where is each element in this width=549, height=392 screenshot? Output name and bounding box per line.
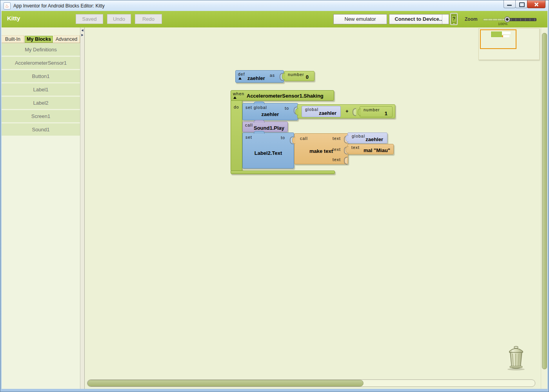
set-global-name: zaehler	[243, 111, 298, 117]
statement-bump	[254, 102, 265, 104]
saved-button[interactable]: Saved	[76, 14, 103, 24]
splitter-expand-icon[interactable]	[82, 34, 84, 36]
zoom-label: Zoom	[465, 16, 478, 22]
block-set-global-zaehler[interactable]: set global zaehler to	[242, 103, 298, 120]
new-emulator-button[interactable]: New emulator	[333, 14, 387, 24]
vertical-scrollbar[interactable]	[541, 27, 547, 389]
minimap-block-preview	[491, 31, 502, 38]
collapse-triangle-icon[interactable]	[238, 77, 242, 80]
sidebar-item-button1[interactable]: Button1	[2, 70, 80, 82]
window-titlebar: ♨ App Inventor for Android Blocks Editor…	[0, 0, 549, 11]
sidebar-item-sound1[interactable]: Sound1	[2, 123, 80, 136]
number-keyword: number	[364, 107, 380, 112]
text-keyword: text	[351, 145, 360, 150]
vertical-scrollbar-thumb[interactable]	[542, 33, 547, 369]
project-name-label: Kitty	[7, 15, 20, 22]
maximize-icon	[519, 2, 525, 7]
block-number-1[interactable]: number 1	[360, 106, 393, 117]
connect-to-device-button[interactable]: Connect to Device...	[389, 14, 449, 24]
block-when-shaking-header[interactable]: when AccelerometerSensor1.Shaking	[231, 90, 334, 101]
connect-to-device-label: Connect to Device...	[394, 16, 443, 22]
miau-plug	[345, 146, 349, 153]
block-global-zaehler-2[interactable]: global zaehler	[347, 132, 387, 143]
close-button[interactable]	[527, 0, 545, 8]
redo-button[interactable]: Redo	[135, 14, 162, 24]
def-name: zaehler	[247, 75, 265, 81]
palette-tabs: Built-In My Blocks Advanced	[2, 35, 80, 43]
call-name: Sound1.Play	[254, 125, 284, 131]
set-global-keyword: set global	[245, 105, 267, 110]
number-keyword: number	[288, 72, 304, 77]
plus-plug	[295, 108, 298, 115]
minimap-block-preview	[502, 32, 511, 34]
horizontal-scrollbar-thumb[interactable]	[87, 380, 364, 387]
zoom-slider-track-right[interactable]	[506, 18, 536, 21]
blocks-canvas[interactable]: def zaehler as number 0 when Acceleromet…	[85, 27, 541, 389]
minimap[interactable]	[478, 28, 540, 60]
block-text-miau[interactable]: text mal "Miau"	[347, 144, 394, 154]
close-icon	[534, 2, 539, 7]
horizontal-scrollbar[interactable]	[87, 379, 535, 387]
block-make-text[interactable]: call make text text text text	[294, 133, 348, 164]
sidebar-item-accelerometersensor1[interactable]: AccelerometerSensor1	[2, 56, 80, 69]
tab-built-in[interactable]: Built-In	[2, 35, 24, 43]
block-palette-sidebar: Built-In My Blocks Advanced My Definitio…	[2, 27, 80, 389]
tab-my-blocks[interactable]: My Blocks	[24, 35, 53, 43]
phone-button-dot	[453, 23, 454, 24]
block-number-0[interactable]: number 0	[284, 71, 314, 81]
phone-help-icon[interactable]: ?	[450, 13, 458, 25]
global2-plug	[345, 135, 349, 142]
sidebar-item-label2[interactable]: Label2	[2, 96, 80, 109]
number0-plug	[282, 73, 285, 80]
window-title: App Inventor for Android Blocks Editor: …	[13, 3, 105, 9]
trash-can-icon[interactable]	[505, 344, 527, 371]
global-keyword: global	[305, 107, 318, 112]
undo-button[interactable]: Undo	[107, 14, 131, 24]
do-label: do	[234, 105, 239, 109]
block-set-label2-text[interactable]: set to Label2.Text	[242, 132, 294, 169]
zoom-value-label: 100%	[495, 22, 511, 26]
when-do-arm[interactable]: do	[231, 100, 242, 171]
connect-dropdown-cap[interactable]	[442, 15, 449, 24]
collapse-triangle-icon[interactable]	[233, 96, 236, 99]
java-app-icon: ♨	[4, 2, 11, 9]
minimap-block-preview	[503, 35, 509, 37]
global-keyword: global	[352, 134, 365, 138]
text-arg-label: text	[333, 136, 341, 141]
tab-advanced[interactable]: Advanced	[53, 35, 80, 43]
toolbar: Kitty Saved Undo Redo New emulator Conne…	[2, 11, 547, 28]
maximize-button[interactable]	[515, 0, 527, 8]
sidebar-splitter[interactable]	[80, 27, 85, 389]
statement-bump	[254, 131, 265, 134]
block-global-zaehler-1[interactable]: global zaehler	[302, 106, 341, 117]
sidebar-item-screen1[interactable]: Screen1	[2, 110, 80, 122]
sidebar-item-label1[interactable]: Label1	[2, 83, 80, 96]
minimize-button[interactable]	[504, 0, 516, 8]
block-plus-expression[interactable]: global zaehler + number 1	[297, 104, 395, 118]
block-def-zaehler[interactable]: def zaehler as	[235, 70, 284, 83]
text-value: mal "Miau"	[364, 147, 390, 153]
plus-right-socket[interactable]	[353, 108, 356, 116]
when-event-name: AccelerometerSensor1.Shaking	[247, 93, 324, 99]
text-arg-label: text	[333, 147, 341, 152]
global-name: zaehler	[365, 136, 383, 142]
splitter-collapse-icon[interactable]	[82, 29, 84, 32]
sidebar-item-my-definitions[interactable]: My Definitions	[2, 43, 80, 56]
number1-plug	[358, 109, 361, 116]
set-keyword: set	[245, 135, 252, 140]
when-bottom-bar[interactable]	[231, 171, 335, 174]
minimize-icon	[507, 5, 512, 6]
plus-operator: +	[345, 108, 349, 114]
sidebar-top-strip	[2, 27, 80, 35]
call-keyword: call	[300, 136, 308, 141]
number-value: 1	[385, 111, 387, 116]
text-socket-3-empty[interactable]	[344, 157, 347, 165]
call-keyword: call	[245, 123, 253, 127]
text-arg-label: text	[333, 157, 341, 162]
def-keyword: def	[238, 72, 245, 76]
to-label: to	[285, 106, 289, 111]
to-label: to	[281, 135, 285, 140]
global-name: zaehler	[319, 110, 336, 116]
as-label: as	[270, 73, 275, 78]
block-call-sound1-play[interactable]: call Sound1.Play	[242, 122, 288, 132]
